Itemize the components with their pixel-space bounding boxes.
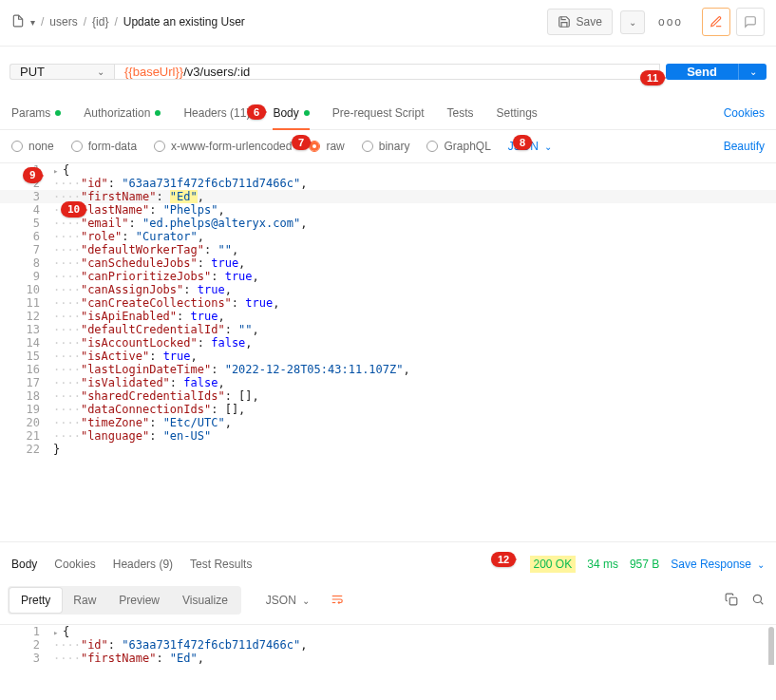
code-line: 2····"id": "63aa731f472f6cb711d7466c", (0, 638, 776, 652)
comment-icon (744, 15, 757, 28)
code-line: 22} (0, 443, 776, 456)
code-line: 7····"defaultWorkerTag": "", (0, 243, 776, 256)
beautify-button[interactable]: Beautify (724, 140, 765, 153)
view-visualize[interactable]: Visualize (171, 588, 239, 613)
annotation-6: 6 (247, 104, 266, 120)
response-tab-headers[interactable]: Headers (9) (113, 558, 173, 571)
edit-button[interactable] (702, 8, 730, 36)
code-line: 3····"firstName": "Ed", (0, 190, 776, 203)
line-number: 15 (0, 350, 53, 363)
chevron-down-icon: ⌄ (544, 142, 552, 152)
line-number: 6 (0, 230, 53, 243)
line-number: 12 (0, 310, 53, 323)
comments-button[interactable] (736, 8, 765, 36)
status-time: 34 ms (587, 558, 618, 571)
request-title[interactable]: Update an existing User (123, 15, 245, 28)
view-pretty[interactable]: Pretty (9, 588, 62, 613)
more-menu[interactable]: ooo (653, 15, 689, 28)
response-body-editor[interactable]: 1▸{2····"id": "63aa731f472f6cb711d7466c"… (0, 625, 776, 665)
code-line: 4····"lastName": "Phelps", (0, 203, 776, 217)
status-dot (304, 110, 310, 116)
copy-icon (725, 593, 738, 606)
url-input[interactable]: {{baseUrl}}/v3/users/:id (114, 64, 660, 80)
save-dropdown[interactable]: ⌄ (620, 10, 645, 34)
line-number: 20 (0, 416, 53, 429)
send-dropdown[interactable]: ⌄ (738, 64, 767, 80)
response-tab-cookies[interactable]: Cookies (54, 558, 95, 571)
method-label: PUT (20, 65, 45, 79)
code-line: 5····"email": "ed.phelps@alteryx.com", (0, 217, 776, 230)
code-line: 20····"timeZone": "Etc/UTC", (0, 416, 776, 429)
code-line: 13····"defaultCredentialId": "", (0, 323, 776, 336)
code-line: 21····"language": "en-US" (0, 429, 776, 443)
status-dot (155, 110, 161, 116)
body-type-urlencoded[interactable]: x-www-form-urlencoded (154, 140, 292, 153)
status-size: 957 B (630, 558, 659, 571)
send-button[interactable]: Send (666, 64, 738, 80)
tab-authorization[interactable]: Authorization (84, 97, 161, 129)
line-number: 13 (0, 323, 53, 336)
line-number: 18 (0, 389, 53, 403)
line-number: 5 (0, 217, 53, 230)
line-number: 3 (0, 652, 53, 665)
tab-body[interactable]: Body (273, 97, 309, 129)
svg-point-3 (753, 595, 761, 602)
line-number: 2 (0, 638, 53, 652)
copy-response-button[interactable] (725, 593, 738, 609)
tab-params[interactable]: Params (11, 97, 61, 129)
line-number: 19 (0, 403, 53, 416)
radio-icon (71, 141, 83, 152)
code-line: 11····"canCreateCollections": true, (0, 296, 776, 310)
annotation-9: 9 (23, 167, 43, 183)
view-raw[interactable]: Raw (62, 588, 107, 613)
code-line: 2····"id": "63aa731f472f6cb711d7466c", (0, 177, 776, 190)
svg-rect-2 (729, 597, 737, 605)
chevron-down-icon: ⌄ (97, 66, 104, 77)
search-icon (751, 593, 765, 606)
radio-icon (426, 141, 438, 152)
code-line: 16····"lastLoginDateTime": "2022-12-28T0… (0, 363, 776, 376)
line-number: 3 (0, 190, 53, 203)
line-number: 1 (0, 625, 53, 638)
code-line: 17····"isValidated": false, (0, 376, 776, 389)
body-type-form-data[interactable]: form-data (71, 140, 137, 153)
line-number: 10 (0, 283, 53, 296)
annotation-7: 7 (292, 135, 311, 150)
body-type-binary[interactable]: binary (362, 140, 410, 153)
line-number: 9 (0, 270, 53, 283)
view-preview[interactable]: Preview (107, 588, 171, 613)
scrollbar[interactable] (768, 627, 774, 665)
tab-tests[interactable]: Tests (446, 97, 473, 129)
code-line: 14····"isAccountLocked": false, (0, 336, 776, 350)
body-type-graphql[interactable]: GraphQL (426, 140, 490, 153)
body-type-none[interactable]: none (11, 140, 54, 153)
code-line: 10····"canAssignJobs": true, (0, 283, 776, 296)
wrap-lines-button[interactable] (323, 587, 351, 615)
code-line: 1▸{ (0, 625, 776, 638)
file-icon (11, 14, 25, 30)
send-label: Send (687, 65, 717, 79)
response-format-dropdown[interactable]: JSON⌄ (256, 588, 319, 613)
chevron-down-icon: ⌄ (757, 559, 765, 570)
response-tab-body[interactable]: Body (11, 558, 37, 571)
save-response-button[interactable]: Save Response⌄ (671, 558, 765, 571)
method-select[interactable]: PUT ⌄ (9, 64, 114, 80)
breadcrumb-segment[interactable]: {id} (92, 15, 108, 28)
response-tab-tests[interactable]: Test Results (190, 558, 252, 571)
cookies-link[interactable]: Cookies (724, 97, 765, 129)
radio-icon (362, 141, 373, 152)
url-path: /v3/users/:id (183, 65, 250, 79)
tab-pre-request[interactable]: Pre-request Script (332, 97, 425, 129)
radio-icon (154, 141, 165, 152)
request-body-editor[interactable]: 9 10 1▸{2····"id": "63aa731f472f6cb711d7… (0, 162, 776, 542)
save-button[interactable]: Save (547, 9, 613, 35)
chevron-down-icon: ⌄ (749, 66, 757, 77)
code-line: 12····"isApiEnabled": true, (0, 310, 776, 323)
code-line: 6····"role": "Curator", (0, 230, 776, 243)
search-response-button[interactable] (751, 593, 765, 609)
line-number: 4 (0, 203, 53, 217)
tab-settings[interactable]: Settings (497, 97, 538, 129)
tab-headers[interactable]: Headers (11) (183, 97, 250, 129)
line-number: 21 (0, 429, 53, 443)
breadcrumb-segment[interactable]: users (49, 15, 77, 28)
